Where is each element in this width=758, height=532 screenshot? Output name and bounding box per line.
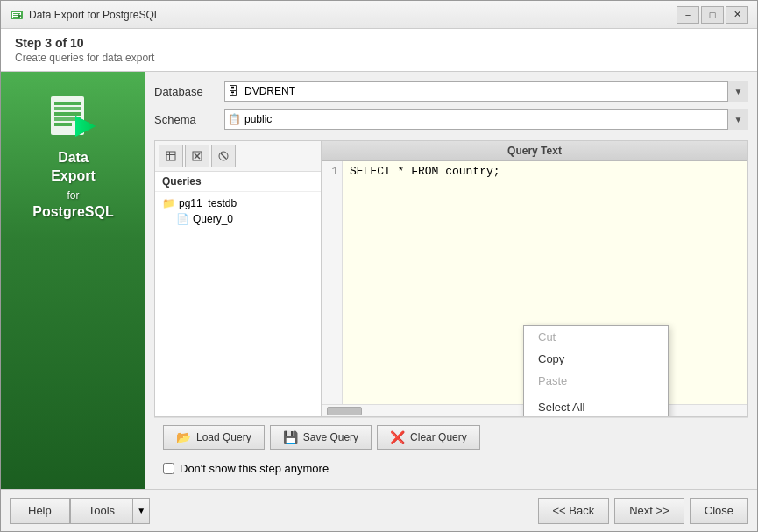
app-name: Data Export for PostgreSQL bbox=[32, 149, 113, 222]
tree-item-db[interactable]: 📁 pg11_testdb bbox=[159, 195, 317, 211]
svg-rect-14 bbox=[166, 152, 175, 160]
svg-marker-13 bbox=[75, 116, 96, 137]
svg-rect-8 bbox=[54, 107, 81, 110]
tree-query-icon: 📄 bbox=[176, 213, 189, 225]
clear-queries-button[interactable] bbox=[211, 145, 236, 167]
svg-rect-9 bbox=[54, 112, 81, 116]
svg-rect-15 bbox=[166, 154, 175, 155]
query-area: Queries 📁 pg11_testdb 📄 Query_0 bbox=[154, 140, 748, 417]
tools-button[interactable]: Tools bbox=[70, 498, 132, 524]
tree-query-label: Query_0 bbox=[193, 213, 233, 225]
tools-arrow-icon: ▼ bbox=[137, 506, 145, 515]
help-button[interactable]: Help bbox=[10, 498, 70, 524]
bottom-left-buttons: Help Tools ▼ bbox=[10, 498, 150, 524]
database-select[interactable]: DVDRENT bbox=[224, 81, 748, 102]
right-panel: Database 🗄 DVDRENT ▼ Schema 📋 public bbox=[145, 72, 757, 489]
tree-db-icon: 📁 bbox=[162, 197, 175, 209]
clear-icon: ❌ bbox=[390, 430, 405, 444]
add-query-button[interactable] bbox=[159, 145, 183, 167]
database-label: Database bbox=[154, 85, 224, 98]
tree-item-query[interactable]: 📄 Query_0 bbox=[159, 211, 317, 227]
load-query-button[interactable]: 📂 Load Query bbox=[163, 425, 265, 450]
dont-show-checkbox[interactable] bbox=[163, 463, 174, 474]
title-bar: Data Export for PostgreSQL − □ ✕ bbox=[1, 1, 757, 29]
tools-container: Tools ▼ bbox=[70, 498, 150, 524]
schema-icon: 📋 bbox=[228, 113, 241, 125]
title-buttons: − □ ✕ bbox=[677, 6, 748, 24]
ctx-separator-1 bbox=[524, 394, 668, 394]
database-icon: 🗄 bbox=[228, 85, 238, 97]
clear-query-button[interactable]: ❌ Clear Query bbox=[377, 425, 480, 450]
ctx-select-all[interactable]: Select All bbox=[524, 396, 668, 417]
queries-panel: Queries 📁 pg11_testdb 📄 Query_0 bbox=[155, 141, 322, 416]
database-select-wrapper: 🗄 DVDRENT ▼ bbox=[224, 81, 748, 102]
svg-rect-7 bbox=[54, 102, 81, 105]
step-title: Step 3 of 10 bbox=[15, 36, 743, 50]
svg-line-21 bbox=[221, 153, 226, 159]
title-bar-left: Data Export for PostgreSQL bbox=[10, 8, 159, 22]
delete-query-button[interactable] bbox=[185, 145, 209, 167]
back-button[interactable]: << Back bbox=[538, 498, 610, 524]
queries-toolbar bbox=[155, 141, 321, 172]
step-subtitle: Create queries for data export bbox=[15, 52, 743, 64]
ctx-copy[interactable]: Copy bbox=[524, 348, 668, 370]
checkbox-row: Don't show this step anymore bbox=[154, 457, 748, 480]
svg-rect-2 bbox=[13, 13, 20, 14]
load-icon: 📂 bbox=[176, 430, 191, 444]
queries-tree[interactable]: 📁 pg11_testdb 📄 Query_0 bbox=[155, 192, 321, 416]
schema-label: Schema bbox=[154, 113, 224, 126]
schema-select-wrapper: 📋 public ▼ bbox=[224, 109, 748, 130]
query-text-header: Query Text bbox=[322, 141, 747, 161]
context-menu: Cut Copy Paste Select All Save As Defaul… bbox=[523, 325, 669, 417]
sidebar: Data Export for PostgreSQL bbox=[1, 72, 145, 489]
minimize-button[interactable]: − bbox=[677, 6, 699, 24]
close-button[interactable]: Close bbox=[690, 498, 748, 524]
bottom-right-buttons: << Back Next >> Close bbox=[538, 498, 748, 524]
line-number-1: 1 bbox=[325, 165, 338, 178]
ctx-paste[interactable]: Paste bbox=[524, 370, 668, 392]
ctx-cut[interactable]: Cut bbox=[524, 326, 668, 348]
dont-show-label[interactable]: Don't show this step anymore bbox=[180, 462, 329, 475]
line-numbers: 1 bbox=[322, 161, 343, 404]
schema-select[interactable]: public bbox=[224, 109, 748, 130]
tools-dropdown-button[interactable]: ▼ bbox=[132, 498, 150, 524]
queries-header: Queries bbox=[155, 172, 321, 192]
main-window: Data Export for PostgreSQL − □ ✕ Step 3 … bbox=[0, 0, 758, 532]
action-buttons-row: 📂 Load Query 💾 Save Query ❌ Clear Query bbox=[154, 417, 748, 457]
next-button[interactable]: Next >> bbox=[614, 498, 684, 524]
window-title: Data Export for PostgreSQL bbox=[29, 9, 159, 21]
scrollbar-thumb[interactable] bbox=[327, 407, 362, 415]
sidebar-logo: Data Export for PostgreSQL bbox=[32, 89, 113, 222]
tree-db-label: pg11_testdb bbox=[179, 197, 237, 209]
svg-rect-16 bbox=[169, 152, 170, 160]
database-row: Database 🗄 DVDRENT ▼ bbox=[154, 81, 748, 102]
logo-icon bbox=[47, 89, 100, 142]
svg-rect-11 bbox=[54, 123, 72, 126]
save-query-button[interactable]: 💾 Save Query bbox=[270, 425, 372, 450]
bottom-bar: Help Tools ▼ << Back Next >> Close bbox=[1, 489, 757, 531]
app-icon bbox=[10, 8, 24, 22]
query-editor-panel: Query Text 1 SELECT * FROM country; Cut … bbox=[322, 141, 747, 416]
step-header: Step 3 of 10 Create queries for data exp… bbox=[1, 29, 757, 72]
maximize-button[interactable]: □ bbox=[701, 6, 724, 24]
save-icon: 💾 bbox=[283, 430, 298, 444]
close-window-button[interactable]: ✕ bbox=[726, 6, 748, 24]
schema-row: Schema 📋 public ▼ bbox=[154, 109, 748, 130]
main-content: Data Export for PostgreSQL Database 🗄 DV… bbox=[1, 72, 757, 489]
